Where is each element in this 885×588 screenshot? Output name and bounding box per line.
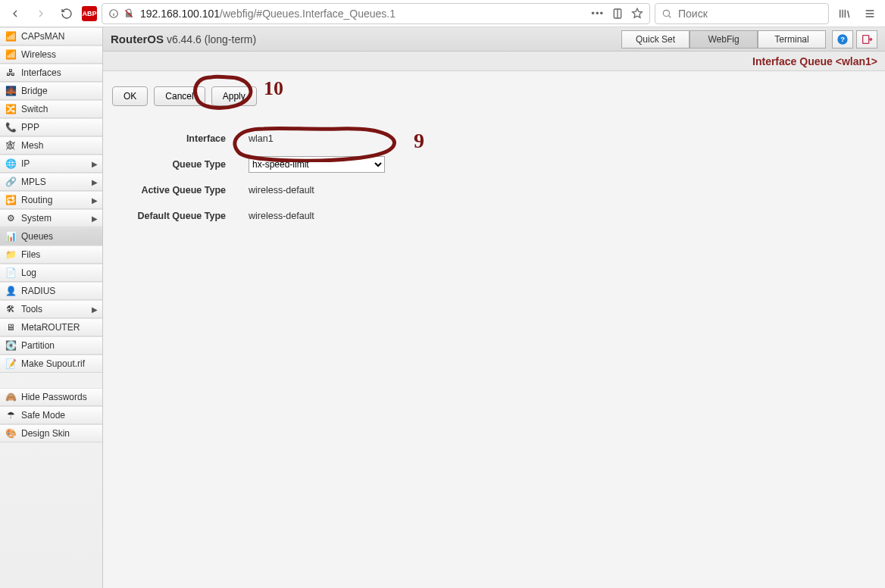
tab-webfig[interactable]: WebFig bbox=[690, 30, 758, 48]
forward-button[interactable] bbox=[30, 3, 52, 24]
site-identity-icons bbox=[108, 8, 134, 19]
help-icon[interactable]: ? bbox=[832, 30, 853, 48]
log-icon: 📄 bbox=[5, 267, 17, 279]
sidebar-item-metarouter[interactable]: 🖥MetaROUTER bbox=[0, 318, 102, 336]
reload-button[interactable] bbox=[56, 3, 77, 24]
sidebar-item-tools[interactable]: 🛠Tools▶ bbox=[0, 300, 102, 318]
browser-chrome: ABP 192.168.100.101/webfig/#Queues.Inter… bbox=[0, 0, 885, 27]
sidebar-item-label: Queues bbox=[21, 231, 53, 242]
tab-quick-set[interactable]: Quick Set bbox=[621, 30, 690, 48]
sidebar-item-label: Safe Mode bbox=[21, 410, 65, 421]
sidebar-item-label: Interfaces bbox=[21, 67, 61, 78]
mpls-icon: 🔗 bbox=[5, 176, 17, 188]
sidebar-item-label: System bbox=[21, 213, 52, 224]
sidebar-item-label: IP bbox=[21, 158, 30, 169]
sidebar-item-ip[interactable]: 🌐IP▶ bbox=[0, 155, 102, 173]
sidebar-item-switch[interactable]: 🔀Switch bbox=[0, 100, 102, 118]
row-active-queue-type: Active Queue Type wireless-default bbox=[112, 177, 876, 203]
sidebar-item-partition[interactable]: 💽Partition bbox=[0, 336, 102, 355]
sidebar-item-label: Routing bbox=[21, 195, 52, 205]
adblock-badge-icon[interactable]: ABP bbox=[82, 6, 97, 21]
chevron-right-icon: ▶ bbox=[92, 305, 98, 314]
sidebar-item-files[interactable]: 📁Files bbox=[0, 246, 102, 264]
insecure-lock-icon bbox=[124, 8, 134, 19]
tools-icon: 🛠 bbox=[5, 303, 17, 315]
tab-terminal[interactable]: Terminal bbox=[758, 30, 826, 48]
row-queue-type: Queue Type hx-speed-limitwireless-defaul… bbox=[112, 152, 876, 177]
sidebar-item-label: Mesh bbox=[21, 140, 43, 151]
hide-passwords-icon: 🙈 bbox=[5, 391, 17, 403]
brand: RouterOS v6.44.6 (long-term) bbox=[111, 33, 256, 45]
sidebar-item-label: Design Skin bbox=[21, 428, 70, 439]
safe-mode-icon: ☂ bbox=[5, 409, 17, 421]
sidebar-item-radius[interactable]: 👤RADIUS bbox=[0, 282, 102, 300]
default-queue-type-label: Default Queue Type bbox=[112, 211, 249, 221]
sidebar-item-label: Bridge bbox=[21, 86, 48, 96]
bookmark-star-icon[interactable] bbox=[631, 8, 643, 20]
routing-icon: 🔁 bbox=[5, 194, 17, 206]
sidebar-item-log[interactable]: 📄Log bbox=[0, 264, 102, 282]
sidebar-item-hide-passwords[interactable]: 🙈Hide Passwords bbox=[0, 388, 102, 406]
queues-icon: 📊 bbox=[5, 230, 17, 242]
make-supout-rif-icon: 📝 bbox=[5, 358, 17, 370]
chevron-right-icon: ▶ bbox=[92, 160, 98, 168]
interface-label: Interface bbox=[112, 133, 249, 144]
info-icon bbox=[108, 8, 119, 19]
apply-button[interactable]: Apply bbox=[211, 86, 257, 106]
sidebar-item-make-supout-rif[interactable]: 📝Make Supout.rif bbox=[0, 355, 102, 373]
search-icon bbox=[661, 8, 672, 19]
design-skin-icon: 🎨 bbox=[5, 427, 17, 439]
ip-icon: 🌐 bbox=[5, 158, 17, 170]
main: RouterOS v6.44.6 (long-term) Quick SetWe… bbox=[103, 27, 885, 588]
sidebar-item-label: PPP bbox=[21, 122, 39, 133]
page-actions-icon[interactable]: ••• bbox=[591, 8, 604, 19]
sidebar-item-wireless[interactable]: 📶Wireless bbox=[0, 45, 102, 64]
logout-icon[interactable] bbox=[856, 30, 877, 48]
default-queue-type-value: wireless-default bbox=[249, 211, 314, 221]
breadcrumb: Interface Queue <wlan1> bbox=[103, 52, 885, 71]
sidebar-item-capsman[interactable]: 📶CAPsMAN bbox=[0, 27, 102, 45]
reader-icon[interactable] bbox=[611, 8, 624, 20]
active-queue-type-value: wireless-default bbox=[249, 185, 314, 195]
chevron-right-icon: ▶ bbox=[92, 214, 98, 223]
sidebar-item-label: Make Supout.rif bbox=[21, 358, 85, 369]
sidebar-item-ppp[interactable]: 📞PPP bbox=[0, 118, 102, 136]
metarouter-icon: 🖥 bbox=[5, 321, 17, 333]
sidebar-item-routing[interactable]: 🔁Routing▶ bbox=[0, 191, 102, 209]
chevron-right-icon: ▶ bbox=[92, 178, 98, 186]
sidebar-item-interfaces[interactable]: 🖧Interfaces bbox=[0, 64, 102, 82]
url-bar[interactable]: 192.168.100.101/webfig/#Queues.Interface… bbox=[102, 3, 650, 24]
capsman-icon: 📶 bbox=[5, 30, 17, 42]
sidebar-item-label: CAPsMAN bbox=[21, 31, 64, 42]
ok-button[interactable]: OK bbox=[112, 86, 148, 106]
library-icon[interactable] bbox=[833, 3, 855, 24]
bridge-icon: 🌉 bbox=[5, 85, 17, 97]
partition-icon: 💽 bbox=[5, 339, 17, 352]
interface-value: wlan1 bbox=[249, 133, 274, 144]
app: 📶CAPsMAN📶Wireless🖧Interfaces🌉Bridge🔀Swit… bbox=[0, 27, 885, 588]
sidebar-item-bridge[interactable]: 🌉Bridge bbox=[0, 82, 102, 100]
queue-type-label: Queue Type bbox=[112, 159, 249, 170]
sidebar-item-safe-mode[interactable]: ☂Safe Mode bbox=[0, 406, 102, 424]
topbar: RouterOS v6.44.6 (long-term) Quick SetWe… bbox=[103, 27, 885, 52]
browser-search-bar[interactable] bbox=[655, 3, 829, 24]
sidebar-item-label: Hide Passwords bbox=[21, 392, 87, 402]
svg-rect-6 bbox=[863, 35, 869, 43]
cancel-button[interactable]: Cancel bbox=[154, 86, 205, 106]
svg-text:?: ? bbox=[840, 36, 845, 43]
sidebar-item-queues[interactable]: 📊Queues bbox=[0, 227, 102, 246]
radius-icon: 👤 bbox=[5, 285, 17, 297]
sidebar-item-mesh[interactable]: 🕸Mesh bbox=[0, 136, 102, 155]
chevron-right-icon: ▶ bbox=[92, 196, 98, 205]
sidebar-item-label: Switch bbox=[21, 104, 48, 114]
sidebar-item-design-skin[interactable]: 🎨Design Skin bbox=[0, 424, 102, 443]
search-input[interactable] bbox=[677, 7, 822, 20]
sidebar: 📶CAPsMAN📶Wireless🖧Interfaces🌉Bridge🔀Swit… bbox=[0, 27, 103, 588]
active-queue-type-label: Active Queue Type bbox=[112, 185, 249, 195]
back-button[interactable] bbox=[5, 3, 26, 24]
sidebar-item-system[interactable]: ⚙System▶ bbox=[0, 209, 102, 227]
interfaces-icon: 🖧 bbox=[5, 67, 17, 79]
menu-icon[interactable] bbox=[859, 3, 880, 24]
sidebar-item-mpls[interactable]: 🔗MPLS▶ bbox=[0, 173, 102, 191]
queue-type-select[interactable]: hx-speed-limitwireless-defaultdefaulteth… bbox=[249, 156, 385, 173]
